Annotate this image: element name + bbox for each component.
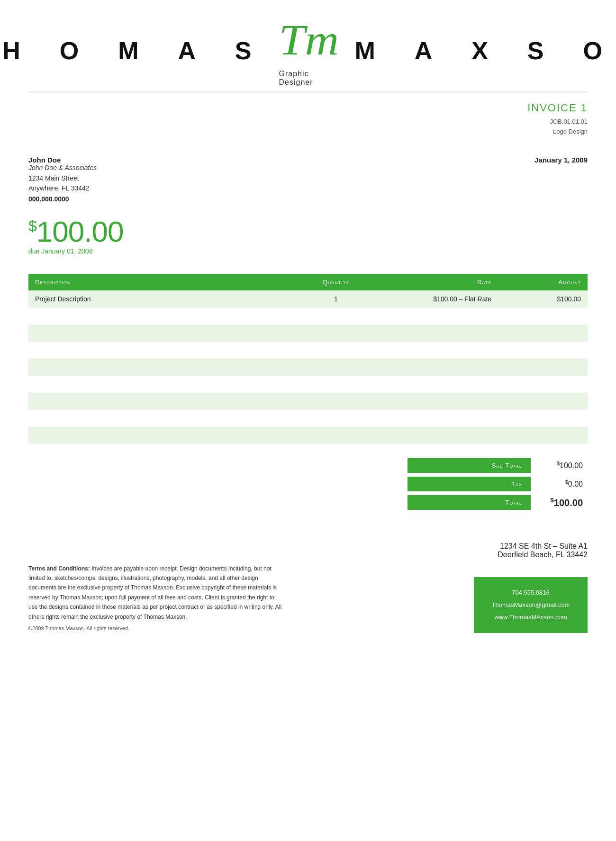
letter-space5: [204, 36, 235, 65]
total-label: Total: [408, 495, 531, 510]
cell-rate: [375, 427, 498, 444]
letter-x: X: [471, 36, 497, 65]
footer-address-line2: Deerfield Beach, FL 33442: [498, 551, 588, 559]
letter-s: S: [235, 36, 260, 65]
table-header-row: Description Quantity Rate Amount: [28, 274, 588, 290]
tax-label: Tax: [408, 477, 531, 491]
cell-amount: [498, 427, 588, 444]
cell-description: [28, 307, 297, 325]
cell-amount: [498, 342, 588, 359]
name-left: T H O M A S: [0, 36, 260, 65]
client-info: John Doe John Doe & Associates 1234 Main…: [28, 156, 97, 203]
invoice-title: INVOICE 1: [527, 102, 588, 114]
col-description: Description: [28, 274, 297, 290]
table-row: [28, 393, 588, 410]
footer-phone: 704.555.0816: [487, 587, 574, 599]
job-name: Logo Design: [553, 128, 588, 135]
cell-quantity: [297, 393, 375, 410]
cell-rate: [375, 376, 498, 393]
tax-value: $0.00: [531, 479, 588, 488]
cell-description: [28, 359, 297, 376]
cell-amount: [498, 359, 588, 376]
tax-row: Tax $0.00: [408, 477, 588, 491]
cell-amount: [498, 410, 588, 427]
col-rate: Rate: [375, 274, 498, 290]
cell-rate: [375, 359, 498, 376]
cell-quantity: [297, 376, 375, 393]
cell-rate: [375, 410, 498, 427]
footer-contact-box: 704.555.0816 ThomasMaxson@gmail.com www.…: [474, 577, 588, 633]
address-line2: Anywhere, FL 33442: [28, 184, 90, 192]
footer-email: ThomasMaxson@gmail.com: [487, 599, 574, 611]
col-quantity: Quantity: [297, 274, 375, 290]
letter-space3: [87, 36, 118, 65]
cell-description: [28, 427, 297, 444]
client-section: John Doe John Doe & Associates 1234 Main…: [0, 142, 616, 203]
invoice-meta: INVOICE 1 JOB.01.01.01 Logo Design: [527, 102, 588, 137]
svg-text:Tm: Tm: [279, 17, 339, 62]
table-row: [28, 342, 588, 359]
footer-address-line1: 1234 SE 4th St – Suite A1: [500, 542, 588, 550]
logo-center: Tm Graphic Designer: [279, 14, 336, 87]
footer-website: www.ThomasMAxson.com: [487, 611, 574, 624]
job-number: JOB.01.01.01: [550, 118, 588, 125]
cell-quantity: [297, 342, 375, 359]
letter-space7: [441, 36, 471, 65]
cell-rate: $100.00 – Flat Rate: [375, 290, 498, 307]
amount-due-display: $100.00: [28, 217, 588, 246]
logo-monogram: Tm: [276, 14, 339, 68]
totals-section: Sub Total $100.00 Tax $0.00 Total $100.0…: [28, 458, 588, 514]
letter-m: M: [118, 36, 147, 65]
cell-description: [28, 376, 297, 393]
letter-space9: [553, 36, 583, 65]
cell-quantity: [297, 325, 375, 342]
letter-a2: A: [415, 36, 441, 65]
total-row: Total $100.00: [408, 495, 588, 510]
letter-space4: [147, 36, 178, 65]
address-line1: 1234 Main Street: [28, 174, 79, 182]
terms-section: Terms and Conditions: Invoices are payab…: [28, 564, 284, 633]
cell-quantity: [297, 307, 375, 325]
amount-value: 100.00: [36, 215, 124, 248]
totals-table: Sub Total $100.00 Tax $0.00 Total $100.0…: [408, 458, 588, 514]
letter-space10: [611, 36, 616, 65]
cell-amount: [498, 307, 588, 325]
table-row: [28, 427, 588, 444]
copyright: ©2009 Thomas Maxson. All rights reserved…: [28, 624, 284, 633]
terms-text: Terms and Conditions: Invoices are payab…: [28, 564, 284, 622]
currency-symbol: $: [28, 217, 36, 235]
total-value: $100.00: [531, 497, 588, 508]
client-phone: 000.000.0000: [28, 195, 97, 203]
client-company: John Doe & Associates: [28, 164, 97, 172]
cell-quantity: [297, 359, 375, 376]
subtotal-value: $100.00: [531, 461, 588, 470]
cell-description: [28, 342, 297, 359]
due-date: due January 01, 2008: [28, 247, 588, 255]
letter-o2: O: [583, 36, 610, 65]
footer-address: 1234 SE 4th St – Suite A1 Deerfield Beac…: [28, 542, 588, 559]
col-amount: Amount: [498, 274, 588, 290]
name-right: M A X S O N: [355, 36, 616, 65]
subtotal-row: Sub Total $100.00: [408, 458, 588, 473]
cell-description: [28, 325, 297, 342]
cell-amount: [498, 393, 588, 410]
letter-space6: [384, 36, 415, 65]
letter-space2: [29, 36, 60, 65]
table-row: [28, 325, 588, 342]
cell-rate: [375, 393, 498, 410]
cell-amount: $100.00: [498, 290, 588, 307]
terms-body: Invoices are payable upon receipt. Desig…: [28, 565, 281, 620]
invoice-job: JOB.01.01.01 Logo Design: [527, 117, 588, 137]
cell-description: [28, 393, 297, 410]
cell-amount: [498, 325, 588, 342]
cell-quantity: [297, 410, 375, 427]
cell-rate: [375, 325, 498, 342]
letter-space8: [497, 36, 527, 65]
letter-m2: M: [355, 36, 384, 65]
client-name: John Doe: [28, 156, 97, 164]
subtotal-label: Sub Total: [408, 458, 531, 473]
terms-label: Terms and Conditions:: [28, 565, 90, 572]
table-row: Project Description 1 $100.00 – Flat Rat…: [28, 290, 588, 307]
table-row: [28, 410, 588, 427]
footer-bottom: Terms and Conditions: Invoices are payab…: [28, 564, 588, 633]
